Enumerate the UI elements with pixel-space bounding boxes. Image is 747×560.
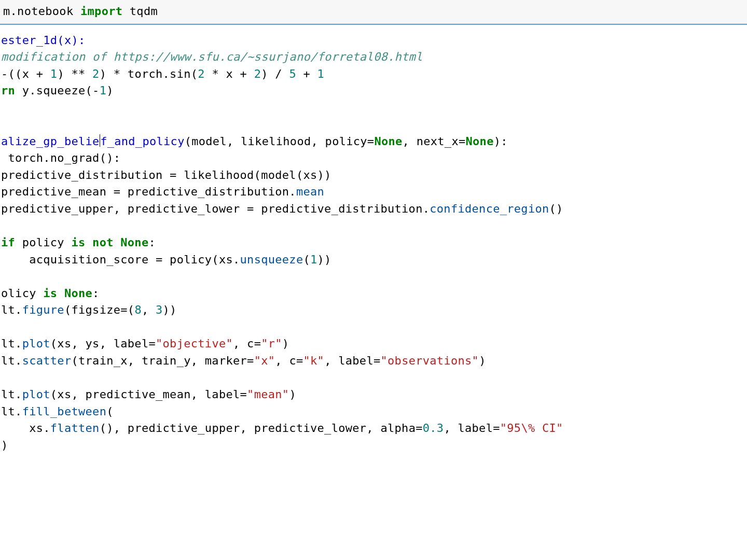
code-text: lt. — [1, 337, 22, 350]
code-text: , label= — [444, 422, 500, 435]
code-text: ) — [1, 439, 8, 452]
code-text: -((x + — [1, 67, 50, 80]
code-text: (model, likelihood, policy= — [185, 135, 375, 148]
keyword-none: None — [374, 135, 402, 148]
code-line[interactable]: predictive_mean = predictive_distributio… — [0, 184, 747, 201]
blank-line — [0, 218, 747, 235]
code-cell-main[interactable]: ester_1d(x): modification of https://www… — [0, 24, 747, 454]
code-text: lt. — [1, 303, 22, 316]
number-literal: 0.3 — [423, 422, 444, 435]
code-text: )) — [163, 303, 177, 316]
code-line[interactable]: lt.plot(xs, predictive_mean, label="mean… — [0, 386, 747, 403]
code-text: ) / — [261, 67, 289, 80]
code-text: () — [549, 202, 563, 215]
code-text: lt. — [1, 405, 22, 418]
code-text: , next_x= — [403, 135, 466, 148]
code-text: (figsize=( — [64, 303, 134, 316]
code-text: * x + — [205, 67, 254, 80]
blank-line — [0, 319, 747, 336]
code-text: predictive_upper, predictive_lower = pre… — [1, 202, 430, 215]
code-text: )) — [317, 253, 331, 266]
code-line[interactable]: alize_gp_belief_and_policy(model, likeli… — [0, 133, 747, 150]
code-text: ) — [479, 354, 486, 367]
method-name: fill_between — [22, 405, 107, 418]
number-literal: 8 — [134, 303, 142, 316]
code-text: , c= — [233, 337, 261, 350]
keyword-isnot: is not None — [71, 236, 148, 249]
code-line[interactable]: lt.scatter(train_x, train_y, marker="x",… — [0, 353, 747, 370]
code-line[interactable]: -((x + 1) ** 2) * torch.sin(2 * x + 2) /… — [0, 66, 747, 83]
number-literal: 2 — [198, 67, 205, 80]
code-line[interactable]: lt.fill_between( — [0, 403, 747, 421]
code-text: torch.no_grad(): — [1, 151, 120, 164]
keyword-none: None — [466, 135, 494, 148]
code-text: (xs, ys, label= — [50, 337, 156, 350]
number-literal: 1 — [310, 253, 317, 266]
code-text: predictive_distribution = likelihood(mod… — [1, 169, 331, 181]
code-text: ) * torch.sin( — [100, 67, 198, 80]
code-line[interactable]: torch.no_grad(): — [0, 150, 747, 167]
code-line[interactable]: if policy is not None: — [0, 234, 747, 251]
method-name: figure — [22, 303, 64, 316]
code-line[interactable]: olicy is None: — [0, 285, 747, 302]
method-name: scatter — [22, 354, 72, 367]
code-text: ) ** — [57, 67, 92, 80]
code-text: ): — [494, 135, 508, 148]
module-name: tqdm — [122, 5, 158, 18]
code-comment[interactable]: modification of https://www.sfu.ca/~ssur… — [0, 49, 747, 66]
keyword-if: if — [1, 236, 15, 249]
number-literal: 1 — [317, 67, 325, 80]
keyword-isnone: is None — [43, 287, 92, 300]
blank-line — [0, 116, 747, 133]
code-line[interactable]: xs.flatten(), predictive_upper, predicti… — [0, 420, 747, 437]
code-text: xs. — [1, 422, 50, 435]
code-text: , label= — [324, 354, 380, 367]
func-name: f_and_policy — [100, 135, 185, 148]
code-text: + — [296, 67, 317, 80]
blank-line — [0, 100, 747, 117]
code-line[interactable]: rn y.squeeze(-1) — [0, 82, 747, 100]
method-name: flatten — [50, 422, 100, 435]
string-literal: "r" — [261, 337, 282, 350]
code-line[interactable]: ester_1d(x): — [0, 32, 747, 49]
func-name: ester_1d(x): — [1, 34, 86, 47]
string-literal: "95\% CI" — [500, 422, 563, 435]
comment-text: modification of https://www.sfu.ca/~ssur… — [1, 50, 423, 63]
code-text: predictive_mean = predictive_distributio… — [1, 185, 296, 198]
code-line[interactable]: lt.figure(figsize=(8, 3)) — [0, 302, 747, 319]
code-text: policy — [15, 236, 71, 249]
code-text: ) — [289, 388, 296, 401]
code-text: olicy — [1, 287, 43, 300]
code-line[interactable]: lt.plot(xs, ys, label="objective", c="r"… — [0, 335, 747, 353]
code-line[interactable]: predictive_upper, predictive_lower = pre… — [0, 201, 747, 218]
code-line[interactable]: acquisition_score = policy(xs.unsqueeze(… — [0, 251, 747, 269]
code-text: : — [148, 236, 156, 249]
code-text: lt. — [1, 388, 22, 401]
keyword-return: rn — [1, 84, 15, 97]
string-literal: "x" — [254, 354, 275, 367]
string-literal: "k" — [303, 354, 324, 367]
code-text: ) — [106, 84, 114, 97]
code-text: acquisition_score = policy(xs. — [1, 253, 240, 266]
code-text: ) — [282, 337, 289, 350]
code-line[interactable]: predictive_distribution = likelihood(mod… — [0, 167, 747, 184]
number-literal: 2 — [254, 67, 261, 80]
code-text: : — [92, 287, 100, 300]
code-text: (xs, predictive_mean, label= — [50, 388, 247, 401]
blank-line — [0, 268, 747, 285]
number-literal: 1 — [50, 67, 58, 80]
string-literal: "objective" — [156, 337, 233, 350]
number-literal: 3 — [156, 303, 163, 316]
code-cell-import[interactable]: m.notebook import tqdm — [0, 0, 747, 24]
keyword-import: import — [80, 5, 122, 18]
blank-line — [0, 369, 747, 386]
number-literal: 1 — [100, 84, 107, 97]
string-literal: "mean" — [247, 388, 289, 401]
code-line[interactable]: m.notebook import tqdm — [2, 3, 747, 20]
method-name: plot — [22, 337, 50, 350]
code-text: (train_x, train_y, marker= — [71, 354, 254, 367]
code-text: y.squeeze(- — [15, 84, 100, 97]
code-text: (), predictive_upper, predictive_lower, … — [100, 422, 423, 435]
code-line[interactable]: ) — [0, 437, 747, 454]
code-text: ( — [303, 253, 310, 266]
